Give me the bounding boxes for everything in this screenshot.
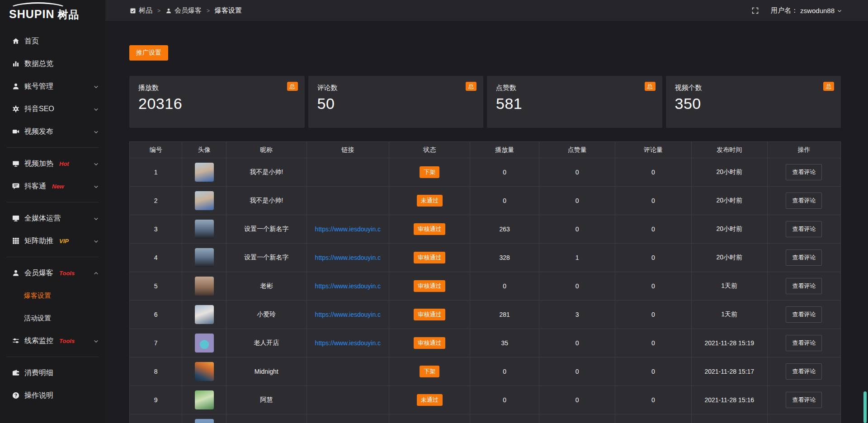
breadcrumb-separator: > — [157, 8, 160, 14]
cell-id: 4 — [130, 244, 182, 272]
sidebar-item-label: 视频加热 — [24, 159, 53, 169]
view-comments-button[interactable]: 查看评论 — [786, 193, 822, 209]
sidebar-item-matrix-boost[interactable]: 矩阵助推VIP — [0, 230, 105, 252]
cell-plays: 35 — [470, 329, 539, 357]
wallet-icon — [12, 369, 20, 377]
table-row: 9阿慧未通过0002021-11-28 15:16查看评论 — [130, 386, 841, 414]
view-comments-button[interactable]: 查看评论 — [786, 363, 822, 380]
sidebar-item-data-overview[interactable]: 数据总览 — [0, 52, 105, 75]
cell-comments: 0 — [615, 158, 691, 187]
display-icon — [12, 160, 20, 168]
video-link[interactable]: https://www.iesdouyin.c — [315, 282, 381, 290]
sidebar-item-account-management[interactable]: 账号管理 — [0, 75, 105, 98]
cell-plays: 263 — [470, 215, 539, 244]
table-row: 2我不是小帅!未通过00020小时前查看评论 — [130, 187, 841, 215]
status-badge[interactable]: 审核通过 — [414, 252, 445, 263]
sidebar-item-label: 消费明细 — [24, 368, 53, 378]
table-row: 3设置一个新名字https://www.iesdouyin.c审核通过26300… — [130, 215, 841, 244]
sidebar-item-operation-guide[interactable]: 操作说明 — [0, 384, 105, 407]
column-header-1: 编号 — [130, 142, 182, 158]
sidebar-item-all-media-operation[interactable]: 全媒体运营 — [0, 207, 105, 230]
stat-label: 点赞数 — [496, 84, 653, 92]
sidebar-item-video-publish[interactable]: 视频发布 — [0, 120, 105, 143]
cell-nickname — [226, 414, 307, 423]
cell-action — [767, 414, 840, 423]
cell-link: https://www.iesdouyin.c — [307, 329, 389, 357]
username-label: 用户名： — [771, 6, 798, 15]
promo-settings-button[interactable]: 推广设置 — [129, 45, 168, 61]
videos-table-wrap: 编号头像昵称链接状态播放量点赞量评论量发布时间操作1我不是小帅!下架00020小… — [129, 141, 841, 423]
sidebar-item-douketong[interactable]: 抖客通New — [0, 175, 105, 197]
user-menu[interactable]: 用户名：zswodun88 — [771, 6, 842, 15]
sidebar-subitem-activity-settings[interactable]: 活动设置 — [0, 307, 105, 329]
video-link[interactable]: https://www.iesdouyin.c — [315, 339, 381, 347]
view-comments-button[interactable]: 查看评论 — [786, 306, 822, 323]
cell-time: 20小时前 — [691, 244, 767, 272]
view-comments-button[interactable]: 查看评论 — [786, 221, 822, 237]
sidebar-divider — [7, 257, 99, 257]
cell-plays: 328 — [470, 244, 539, 272]
view-comments-button[interactable]: 查看评论 — [786, 164, 822, 180]
fullscreen-icon[interactable] — [751, 7, 759, 14]
sidebar-item-consume-detail[interactable]: 消费明细 — [0, 362, 105, 384]
view-comments-button[interactable]: 查看评论 — [786, 335, 822, 351]
cell-nickname: 阿慧 — [226, 386, 307, 414]
status-badge[interactable]: 未通过 — [417, 394, 443, 406]
sidebar-item-label: 线索监控 — [24, 336, 53, 346]
chevron-down-icon — [93, 129, 99, 135]
status-badge[interactable]: 审核通过 — [414, 309, 445, 320]
cell-likes: 0 — [539, 386, 615, 414]
chevron-down-icon — [93, 161, 99, 167]
cell-plays: 0 — [470, 357, 539, 386]
cell-comments — [615, 414, 691, 423]
cell-id: 8 — [130, 357, 182, 386]
avatar — [195, 362, 214, 381]
cell-status: 审核通过 — [389, 301, 470, 329]
stat-value: 20316 — [138, 95, 296, 113]
cell-nickname: 老人开店 — [226, 329, 307, 357]
avatar — [195, 419, 214, 423]
sidebar-item-video-heating[interactable]: 视频加热Hot — [0, 152, 105, 175]
video-link[interactable]: https://www.iesdouyin.c — [315, 254, 381, 261]
cell-comments: 0 — [615, 244, 691, 272]
cell-likes: 0 — [539, 158, 615, 187]
table-header-row: 编号头像昵称链接状态播放量点赞量评论量发布时间操作 — [130, 142, 841, 158]
stat-label: 播放数 — [138, 84, 296, 92]
topbar-right: 用户名：zswodun88 — [751, 6, 842, 15]
logo-text-en: SHUPIN — [9, 8, 54, 20]
cell-time: 20小时前 — [691, 187, 767, 215]
breadcrumb-item-1[interactable]: 树品 — [130, 6, 152, 15]
cell-plays: 0 — [470, 386, 539, 414]
status-badge[interactable]: 下架 — [420, 366, 439, 377]
stat-card: 播放数总20316 — [129, 76, 305, 128]
status-badge[interactable]: 审核通过 — [414, 223, 445, 235]
sidebar-item-label: 操作说明 — [24, 391, 53, 400]
view-comments-button[interactable]: 查看评论 — [786, 278, 822, 294]
status-badge[interactable]: 审核通过 — [414, 280, 445, 292]
sidebar-item-clue-monitor[interactable]: 线索监控Tools — [0, 329, 105, 352]
sidebar-item-douyin-seo[interactable]: 抖音SEO — [0, 98, 105, 120]
status-badge[interactable]: 下架 — [420, 166, 439, 178]
scrollbar-thumb[interactable] — [863, 391, 867, 423]
sidebar-item-member-baoke[interactable]: 会员爆客Tools — [0, 262, 105, 284]
avatar — [195, 163, 214, 182]
video-link[interactable]: https://www.iesdouyin.c — [315, 311, 381, 318]
sidebar-item-home[interactable]: 首页 — [0, 30, 105, 52]
cell-likes: 3 — [539, 301, 615, 329]
cell-action: 查看评论 — [767, 187, 840, 215]
stat-value: 50 — [317, 95, 475, 113]
status-badge[interactable]: 审核通过 — [414, 337, 445, 349]
video-link[interactable]: https://www.iesdouyin.c — [315, 226, 381, 233]
cell-plays: 0 — [470, 272, 539, 301]
breadcrumb-item-2[interactable]: 会员爆客 — [165, 6, 202, 15]
view-comments-button[interactable]: 查看评论 — [786, 392, 822, 408]
sidebar-divider — [7, 202, 99, 202]
status-badge[interactable]: 未通过 — [417, 195, 443, 207]
view-comments-button[interactable]: 查看评论 — [786, 249, 822, 266]
sidebar-subitem-label: 爆客设置 — [24, 291, 51, 300]
chevron-down-icon — [93, 84, 99, 89]
sidebar-item-badge: Hot — [59, 160, 69, 167]
cell-link — [307, 414, 389, 423]
cell-id: 3 — [130, 215, 182, 244]
sidebar-subitem-baoke-settings[interactable]: 爆客设置 — [0, 284, 105, 307]
